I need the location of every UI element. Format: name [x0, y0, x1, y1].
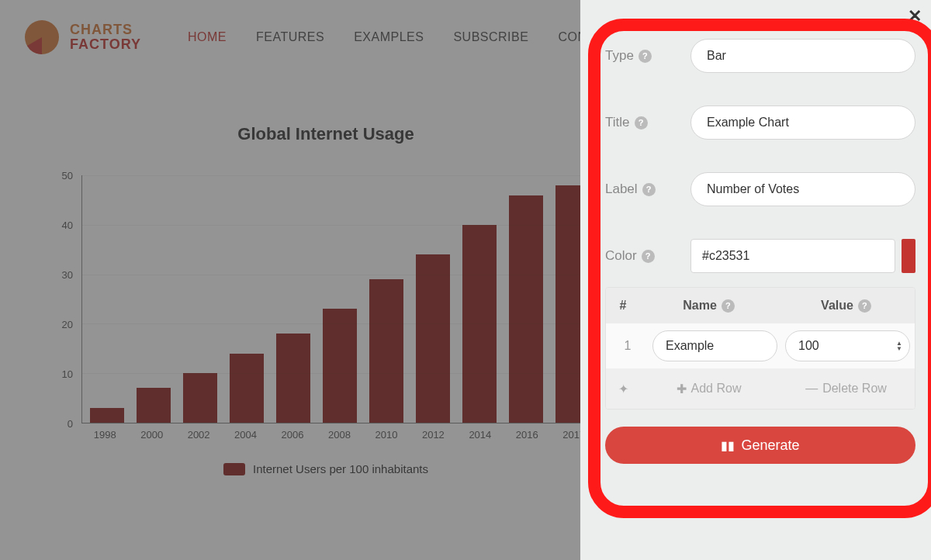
bar: [230, 354, 264, 423]
data-table-footer: ✦ ✚ Add Row — Delete Row: [606, 368, 915, 409]
delete-row-button[interactable]: — Delete Row: [777, 382, 915, 396]
plus-icon: ✚: [677, 382, 687, 396]
table-row: 1 ▲▼: [606, 323, 915, 368]
bar: [183, 373, 217, 423]
bar: [90, 408, 124, 423]
row-title: Title ?: [605, 105, 915, 140]
demo-chart: Global Internet Usage 01020304050 199820…: [54, 124, 597, 475]
nav-features[interactable]: FEATURES: [256, 30, 324, 44]
legend-swatch: [223, 463, 245, 475]
x-tick: 2008: [322, 429, 356, 441]
bar: [137, 388, 171, 423]
bar: [276, 334, 310, 423]
help-icon[interactable]: ?: [639, 50, 652, 63]
row-color: Color ?: [605, 239, 915, 273]
label-input[interactable]: [690, 172, 915, 206]
title-input[interactable]: [690, 105, 915, 140]
x-tick: 2006: [275, 429, 310, 441]
add-row-button[interactable]: ✚ Add Row: [640, 382, 777, 396]
logo-text: CHARTS FACTORY: [70, 22, 141, 52]
help-icon[interactable]: ?: [635, 116, 648, 130]
bar: [369, 279, 403, 423]
nav-home[interactable]: HOME: [188, 30, 227, 44]
y-tick: 0: [67, 418, 73, 430]
label-label: Label ?: [605, 181, 690, 197]
main-nav: HOME FEATURES EXAMPLES SUBSCRIBE CONTACT: [188, 30, 620, 44]
label-type: Type ?: [605, 48, 690, 64]
chart-title: Global Internet Usage: [54, 124, 597, 144]
row-index: 1: [611, 339, 645, 353]
label-label-text: Label: [605, 181, 638, 197]
minus-icon: —: [805, 382, 818, 396]
help-icon[interactable]: ?: [722, 299, 735, 313]
legend-label: Internet Users per 100 inhabitants: [253, 462, 428, 475]
label-title-text: Title: [605, 115, 630, 130]
bar: [509, 195, 543, 423]
nav-examples[interactable]: EXAMPLES: [354, 30, 424, 44]
x-tick: 2002: [182, 429, 216, 441]
label-color-text: Color: [605, 248, 637, 264]
chart-legend: Internet Users per 100 inhabitants: [54, 462, 597, 475]
x-tick: 2012: [416, 429, 450, 441]
tools-icon[interactable]: ✦: [606, 382, 640, 396]
row-label: Label ?: [605, 172, 915, 206]
row-value-input[interactable]: [785, 330, 910, 361]
row-name-input[interactable]: [652, 330, 777, 361]
col-name: Name?: [640, 299, 777, 313]
y-tick: 30: [62, 269, 73, 281]
generate-label: Generate: [741, 437, 799, 454]
label-color: Color ?: [605, 248, 690, 264]
logo-icon: [23, 19, 61, 56]
x-tick: 2004: [229, 429, 263, 441]
chart-icon: ▮▮: [721, 438, 735, 453]
x-tick: 2014: [463, 429, 497, 441]
number-stepper-icon[interactable]: ▲▼: [896, 340, 902, 351]
logo-line-1: CHARTS: [70, 22, 141, 37]
x-tick: 2016: [510, 429, 544, 441]
x-tick: 2010: [369, 429, 403, 441]
col-index: #: [606, 299, 640, 313]
nav-subscribe[interactable]: SUBSCRIBE: [453, 30, 528, 44]
generate-button[interactable]: ▮▮ Generate: [605, 427, 915, 464]
y-tick: 10: [62, 368, 73, 380]
bar: [416, 254, 450, 423]
logo[interactable]: CHARTS FACTORY: [23, 19, 141, 56]
y-tick: 40: [62, 220, 73, 231]
y-tick: 20: [62, 319, 73, 330]
close-icon[interactable]: ✕: [908, 6, 922, 26]
logo-line-2: FACTORY: [70, 37, 141, 52]
chart-plot: 01020304050 1998200020022004200620082010…: [54, 175, 597, 439]
color-swatch[interactable]: [902, 239, 915, 273]
col-value: Value?: [777, 299, 915, 313]
row-type: Type ?: [605, 39, 915, 73]
data-table: # Name? Value? 1 ▲▼ ✦ ✚ Add Row — Delete…: [605, 287, 915, 410]
x-tick: 2000: [135, 429, 169, 441]
help-icon[interactable]: ?: [642, 250, 655, 263]
help-icon[interactable]: ?: [642, 183, 656, 196]
y-tick: 50: [62, 170, 73, 181]
label-title: Title ?: [605, 115, 690, 130]
data-table-header: # Name? Value?: [606, 288, 915, 323]
color-input[interactable]: [690, 239, 895, 273]
bar: [323, 309, 357, 423]
help-icon[interactable]: ?: [858, 299, 871, 313]
generator-panel: ✕ Type ? Title ? Label ? Color ?: [580, 0, 931, 560]
type-select[interactable]: [690, 39, 915, 73]
x-tick: 1998: [88, 429, 122, 441]
label-type-text: Type: [605, 48, 634, 64]
